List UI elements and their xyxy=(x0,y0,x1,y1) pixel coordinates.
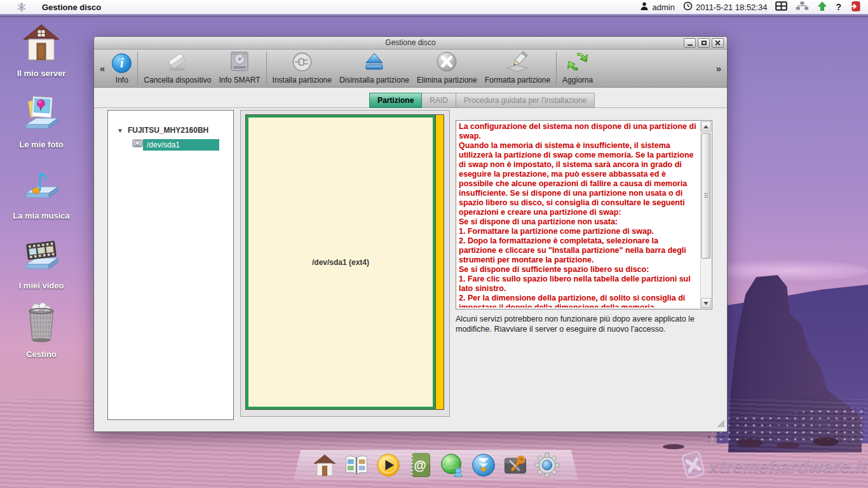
dock-disk-utility-icon[interactable] xyxy=(502,452,529,478)
top-status-bar: Gestione disco admin 2011-5-21 18:52:34 xyxy=(0,0,868,14)
user-icon xyxy=(640,1,649,13)
partition-map-panel: /dev/sda1 (ext4) xyxy=(240,110,450,417)
scrollbar[interactable] xyxy=(700,121,711,308)
desktop-icon-my-photos[interactable]: Le mie foto xyxy=(5,94,78,149)
system-clock: 2011-5-21 18:52:34 xyxy=(683,1,768,13)
tree-device-name: FUJITSU_MHY2160BH xyxy=(128,126,208,135)
arrow-up-icon xyxy=(703,125,709,128)
toolbar-button-delete-partition[interactable]: Elimina partizione xyxy=(413,50,481,87)
dock-settings-gear-icon[interactable] xyxy=(534,452,560,478)
logged-user[interactable]: admin xyxy=(640,1,674,13)
watermark: xtremehardware.it xyxy=(680,450,868,483)
upgrade-arrow-icon[interactable] xyxy=(817,1,827,13)
trash-icon xyxy=(23,336,60,346)
desktop-icon-label: La mia musica xyxy=(5,211,78,220)
scrollbar-down-button[interactable] xyxy=(701,298,711,308)
toolbar-button-smart-info[interactable]: Info SMART xyxy=(215,50,264,87)
toolbar-button-refresh[interactable]: Aggiorna xyxy=(559,50,597,87)
advisory-line: Se si dispone di sufficiente spazio libe… xyxy=(459,265,696,274)
toolbar-button-format-partition[interactable]: Formatta partizione xyxy=(481,50,554,87)
partition-segment-free[interactable] xyxy=(435,115,444,409)
toolbar-scroll-right[interactable]: » xyxy=(713,63,724,74)
swap-advisory-panel: La configurazione del sistema non dispon… xyxy=(456,120,712,309)
photos-icon xyxy=(21,126,62,137)
partition-view: ▼ FUJITSU_MHY2160BH /dev/sda1 /dev/sda1 … xyxy=(94,107,727,431)
toolbar-button-erase-device[interactable]: Cancella dispositivo xyxy=(140,50,215,87)
plug-icon xyxy=(290,50,314,76)
watermark-x-badge-icon xyxy=(680,450,707,483)
window-title: Gestione disco xyxy=(94,38,727,47)
workgroup-icon[interactable] xyxy=(796,1,809,13)
advisory-line: Quando la memoria di sistema è insuffici… xyxy=(459,141,696,217)
desktop-icon-trash[interactable]: Cestino xyxy=(5,301,78,359)
dock-media-player-icon[interactable] xyxy=(375,452,402,478)
refresh-icon xyxy=(566,50,589,76)
close-icon xyxy=(715,40,721,46)
window-content: Partizione RAID Procedura guidata per l'… xyxy=(94,88,727,431)
partition-segment-sda1[interactable]: /dev/sda1 (ext4) xyxy=(246,115,435,409)
video-icon xyxy=(21,267,62,278)
tab-installation-wizard[interactable]: Procedura guidata per l'installazione xyxy=(456,93,595,108)
desktop-icon-my-music[interactable]: La mia musica xyxy=(5,165,78,220)
window-toolbar: « i Info Cancella dispositivo xyxy=(94,50,727,88)
toolbar-scroll-left[interactable]: « xyxy=(97,63,108,74)
dock-messenger-icon[interactable] xyxy=(438,452,465,478)
partition-segment-label: /dev/sda1 (ext4) xyxy=(312,258,369,267)
dock-photo-album-icon[interactable] xyxy=(343,452,370,478)
close-button[interactable] xyxy=(712,38,724,48)
tree-partition-name: /dev/sda1 xyxy=(143,139,219,151)
music-icon xyxy=(21,165,62,208)
help-icon[interactable]: ? xyxy=(836,2,841,12)
tree-expand-icon[interactable]: ▼ xyxy=(117,127,123,134)
toolbar-separator xyxy=(266,51,267,85)
desktop-icon-label: Il mio server xyxy=(5,69,78,78)
maximize-icon xyxy=(702,41,707,45)
toolbar-button-mount-partition[interactable]: Installa partizione xyxy=(269,50,336,87)
scrollbar-up-button[interactable] xyxy=(701,121,711,132)
desktop-icon-label: I miei video xyxy=(5,281,78,290)
desktop-icon-my-videos[interactable]: I miei video xyxy=(5,235,78,290)
datetime-text: 2011-5-21 18:52:34 xyxy=(696,3,768,12)
system-logo-icon[interactable] xyxy=(17,2,27,12)
dock-download-icon[interactable] xyxy=(470,452,497,478)
format-pencil-icon xyxy=(505,50,530,76)
app-grid-icon[interactable] xyxy=(775,1,787,13)
advisory-line: 1. Formattare la partizione come partizi… xyxy=(459,227,696,236)
dock-home-icon[interactable] xyxy=(311,452,338,478)
tab-partizione[interactable]: Partizione xyxy=(369,93,422,108)
restart-note-text: Alcuni servizi potrebbero non funzionare… xyxy=(456,314,719,334)
watermark-text: xtremehardware.it xyxy=(709,457,868,477)
minimize-button[interactable] xyxy=(684,38,696,48)
scrollbar-thumb[interactable] xyxy=(702,133,710,259)
minimize-icon xyxy=(688,44,693,46)
desktop-icon-my-server[interactable]: Il mio server xyxy=(5,23,78,78)
partition-bar: /dev/sda1 (ext4) xyxy=(245,114,444,410)
toolbar-separator xyxy=(556,51,557,85)
logout-icon[interactable] xyxy=(850,1,860,13)
toolbar-button-info[interactable]: i Info xyxy=(108,50,135,87)
advisory-line: Se si dispone di una partizione non usat… xyxy=(459,217,696,227)
disk-management-window: Gestione disco « i Info xyxy=(93,36,728,432)
advisory-line: La configurazione del sistema non dispon… xyxy=(459,122,696,141)
user-name: admin xyxy=(652,3,674,12)
swap-advisory-text: La configurazione del sistema non dispon… xyxy=(459,122,696,308)
device-tree-panel: ▼ FUJITSU_MHY2160BH /dev/sda1 xyxy=(107,110,234,420)
house-icon xyxy=(21,55,62,65)
maximize-button[interactable] xyxy=(698,38,710,48)
info-icon: i xyxy=(112,53,132,73)
tab-raid[interactable]: RAID xyxy=(422,93,456,108)
desktop-icon-label: Cestino xyxy=(5,349,78,359)
tab-bar: Partizione RAID Procedura guidata per l'… xyxy=(369,93,595,108)
tree-partition-row[interactable]: /dev/sda1 xyxy=(132,139,233,151)
delete-x-icon xyxy=(435,50,458,76)
advisory-line: 2. Per la dimensione della partizione, d… xyxy=(459,294,696,308)
hard-disk-icon xyxy=(228,50,251,76)
resize-grip[interactable] xyxy=(717,419,725,430)
dock-address-book-icon[interactable]: @ xyxy=(407,452,433,478)
toolbar-button-unmount-partition[interactable]: Disinstalla partizione xyxy=(336,50,413,87)
window-titlebar[interactable]: Gestione disco xyxy=(94,37,727,50)
eject-icon xyxy=(363,51,386,75)
wallpaper-bushes xyxy=(737,438,763,447)
advisory-line: 2. Dopo la formattazione è completata, s… xyxy=(459,236,696,265)
tree-device-row[interactable]: ▼ FUJITSU_MHY2160BH xyxy=(117,126,233,135)
